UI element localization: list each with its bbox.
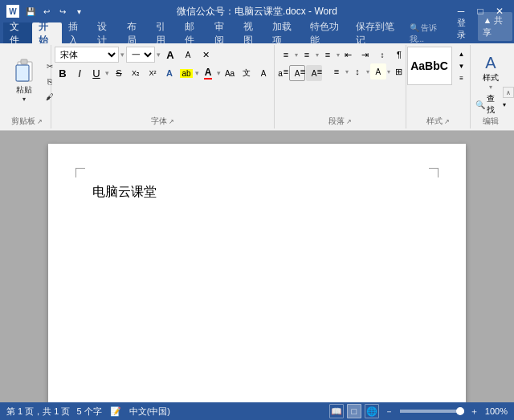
align-left-btn[interactable]: ≡	[278, 63, 294, 80]
ribbon-collapse-btn[interactable]: ∧	[503, 87, 514, 98]
spell-check-icon[interactable]: 📝	[108, 404, 123, 418]
tab-view[interactable]: 视图	[237, 22, 266, 43]
superscript-button[interactable]: X²	[145, 65, 161, 81]
tab-design[interactable]: 设计	[91, 22, 120, 43]
style-icon: A	[485, 54, 496, 72]
web-view-btn[interactable]: 🌐	[365, 404, 379, 418]
clipboard-group: 粘贴 ▾ ✂ ⎘ 🖌 剪贴板 ↗	[3, 45, 51, 128]
font-size-select[interactable]: 一	[126, 47, 155, 63]
title-text: 微信公众号：电脑云课堂.docx - Word	[177, 6, 337, 17]
find-button[interactable]: 🔍 查找 ▾	[475, 95, 507, 114]
zoom-slider-thumb	[456, 407, 464, 415]
line-spacing-btn[interactable]: ↕	[349, 63, 365, 80]
tab-insert[interactable]: 插入	[62, 22, 91, 43]
styles-scroll-down[interactable]: ▼	[454, 60, 470, 71]
styles-group: AaBbC ▲ ▼ ≡ 样式 ↗	[406, 45, 471, 128]
redo-quick-btn[interactable]: ↪	[56, 5, 69, 18]
underline-button[interactable]: U	[88, 65, 104, 81]
tab-layout[interactable]: 布局	[120, 22, 149, 43]
justify-btn[interactable]: ≡	[328, 63, 345, 80]
window-title: 微信公众号：电脑云课堂.docx - Word	[177, 5, 337, 18]
tab-features[interactable]: 特色功能	[304, 22, 349, 43]
word-icon: W	[6, 5, 19, 18]
font-size-expand-icon: ▾	[157, 51, 161, 59]
paragraph-label: 段落 ↗	[278, 116, 402, 127]
borders-btn[interactable]: ⊞	[391, 63, 407, 80]
font-expand-icon: ▾	[120, 51, 124, 59]
sort-btn[interactable]: ↕	[374, 47, 390, 63]
svg-rect-1	[21, 59, 27, 64]
save-quick-btn[interactable]: 💾	[24, 5, 37, 18]
quick-access-toolbar: W 💾 ↩ ↪ ▾	[6, 5, 85, 18]
phonetic-guide-btn[interactable]: 文	[239, 65, 255, 81]
styles-scroll-up[interactable]: ▲	[454, 48, 470, 59]
text-effects-btn[interactable]: A	[161, 65, 177, 81]
read-view-btn[interactable]: 📖	[329, 404, 344, 418]
clear-format-btn[interactable]: ✕	[198, 47, 214, 63]
font-name-select[interactable]: 宋体	[55, 47, 119, 63]
tab-home[interactable]: 开始	[32, 22, 61, 43]
editing-label: 编辑	[474, 116, 508, 127]
login-btn[interactable]: 登录	[452, 14, 477, 43]
zoom-slider[interactable]	[400, 410, 464, 413]
zoom-out-btn[interactable]: －	[382, 404, 397, 418]
paste-button[interactable]: 粘贴 ▾	[6, 59, 42, 101]
enlarge-char-btn[interactable]: A	[255, 65, 271, 81]
styles-button-large[interactable]: A 样式 ▾	[477, 50, 504, 95]
ribbon-tabs: 文件 开始 插入 设计 布局 引用 邮件 审阅 视图 加载项 特色功能 保存到笔…	[0, 22, 514, 43]
tab-addins[interactable]: 加载项	[266, 22, 304, 43]
tab-savenote[interactable]: 保存到笔记	[349, 22, 403, 43]
corner-mark-tr	[429, 168, 439, 177]
customize-quick-btn[interactable]: ▾	[72, 5, 85, 18]
find-icon: 🔍	[475, 100, 485, 109]
decrease-indent-btn[interactable]: ⇤	[341, 47, 357, 63]
clipboard-label: 剪贴板 ↗	[6, 116, 47, 127]
zoom-in-btn[interactable]: ＋	[467, 404, 482, 418]
shading-btn[interactable]: A	[370, 63, 386, 80]
para-row-1: ≡ ▾ ≡ ▾ ≡ ▾ ⇤ ⇥ ↕ ¶	[278, 47, 407, 63]
page-info: 第 1 页，共 1 页	[6, 406, 70, 418]
ribbon-content: 粘贴 ▾ ✂ ⎘ 🖌 剪贴板 ↗	[0, 43, 514, 131]
tab-review[interactable]: 审阅	[208, 22, 237, 43]
align-center-btn[interactable]: ≡	[295, 63, 311, 80]
font-label: 字体 ↗	[55, 116, 271, 127]
increase-font-btn[interactable]: A	[162, 47, 178, 63]
language-indicator[interactable]: 中文(中国)	[129, 406, 170, 418]
zoom-level: 100%	[485, 406, 508, 416]
increase-indent-btn[interactable]: ⇥	[357, 47, 373, 63]
page-view-btn[interactable]: □	[347, 404, 361, 418]
styles-gallery-item[interactable]: AaBbC	[407, 47, 452, 85]
tab-references[interactable]: 引用	[149, 22, 178, 43]
font-color-btn[interactable]: A	[200, 65, 216, 81]
svg-rect-2	[16, 65, 29, 81]
share-btn[interactable]: ▲ 共享	[478, 12, 512, 41]
paragraph-group: ≡ ▾ ≡ ▾ ≡ ▾ ⇤ ⇥ ↕ ¶ ≡ ≡ ≡ ≡ ▾ ↕ ▾	[275, 45, 406, 128]
bullets-btn[interactable]: ≡	[278, 47, 294, 63]
bold-button[interactable]: B	[55, 65, 71, 81]
paste-icon	[11, 59, 37, 84]
multilevel-btn[interactable]: ≡	[320, 47, 336, 63]
styles-btn-label: 样式	[483, 72, 499, 84]
document-page: 电脑云课堂	[48, 144, 466, 402]
tab-tellme[interactable]: 🔍 告诉我...	[403, 22, 452, 43]
highlight-btn[interactable]: ab	[178, 65, 194, 81]
status-bar: 第 1 页，共 1 页 5 个字 📝 中文(中国) 📖 □ 🌐 － ＋ 100%	[0, 402, 514, 420]
decrease-font-btn[interactable]: A	[180, 47, 196, 63]
corner-mark-tl	[75, 168, 85, 177]
tab-mailings[interactable]: 邮件	[178, 22, 207, 43]
tab-file[interactable]: 文件	[3, 22, 32, 43]
numbering-btn[interactable]: ≡	[299, 47, 315, 63]
align-right-btn[interactable]: ≡	[312, 63, 328, 80]
change-case-btn[interactable]: Aa	[222, 65, 238, 81]
word-count: 5 个字	[76, 406, 101, 418]
undo-quick-btn[interactable]: ↩	[40, 5, 53, 18]
subscript-button[interactable]: X₂	[128, 65, 144, 81]
italic-button[interactable]: I	[71, 65, 88, 81]
status-bar-right: 📖 □ 🌐 － ＋ 100%	[329, 404, 508, 418]
document-content[interactable]: 电脑云课堂	[92, 184, 422, 201]
styles-more[interactable]: ≡	[454, 72, 470, 84]
styles-label: 样式 ↗	[410, 116, 467, 127]
show-marks-btn[interactable]: ¶	[391, 47, 407, 63]
strikethrough-button[interactable]: S	[111, 65, 127, 81]
font-group: 宋体 ▾ 一 ▾ A A ✕ B I U ▾ S X₂ X² A	[51, 45, 275, 128]
